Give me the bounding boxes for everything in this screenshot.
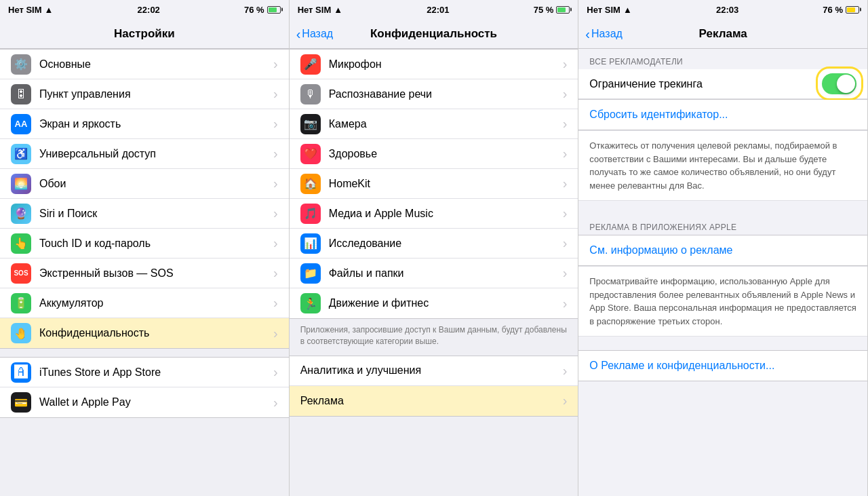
page-title-3: Реклама (699, 27, 747, 41)
reset-link: Сбросить идентификатор... (589, 109, 856, 121)
status-bar-3: Нет SIM ▲ 22:03 76 % (578, 0, 867, 19)
label-analytics: Аналитика и улучшения (300, 364, 563, 377)
icon-wallet: 💳 (11, 392, 31, 413)
list-item-research[interactable]: 📊 Исследование (290, 229, 578, 259)
page-title-1: Настройки (114, 27, 175, 41)
info-link-item[interactable]: См. информацию о рекламе (578, 235, 867, 265)
list-item-wallet[interactable]: 💳 Wallet и Apple Pay (0, 387, 289, 417)
tracking-toggle-row[interactable]: Ограничение трекинга (578, 69, 867, 99)
chevron-homekit (563, 176, 568, 191)
privacy-list-group: 🎤 Микрофон 🎙 Распознавание речи 📷 Камера… (290, 49, 578, 319)
spacer-1 (578, 201, 867, 214)
wifi-icon-3: ▲ (623, 5, 632, 15)
spacer-2 (578, 337, 867, 350)
icon-micro: 🎤 (300, 54, 321, 75)
panel1: Нет SIM ▲ 22:02 76 % Настройки ⚙️ Основн… (0, 0, 290, 496)
bottom-link-item[interactable]: О Рекламе и конфиденциальности... (578, 351, 867, 381)
list-item-siri[interactable]: 🔮 Siri и Поиск (0, 199, 289, 229)
info-link: См. информацию о рекламе (589, 244, 856, 256)
label-itunes: iTunes Store и App Store (39, 366, 273, 379)
battery-icon-3 (846, 6, 859, 14)
icon-touchid: 👆 (11, 233, 31, 254)
status-bar-2: Нет SIM ▲ 22:01 75 % (290, 0, 578, 19)
chevron-analytics (563, 364, 568, 378)
label-osnovnye: Основные (39, 58, 273, 71)
chevron-punkt (273, 87, 278, 101)
label-ekran: Экран и яркость (39, 118, 273, 130)
list-item-files[interactable]: 📁 Файлы и папки (290, 259, 578, 288)
list-item-ads[interactable]: Реклама (290, 386, 578, 416)
status-right-2: 75 % (534, 5, 570, 15)
settings-list-2[interactable]: 🎤 Микрофон 🎙 Распознавание речи 📷 Камера… (290, 49, 578, 496)
list-item-osnovnye[interactable]: ⚙️ Основные (0, 50, 289, 79)
chevron-camera (563, 117, 568, 131)
panel2: Нет SIM ▲ 22:01 75 % ‹ Назад Конфиденциа… (290, 0, 579, 496)
list-item-camera[interactable]: 📷 Камера (290, 109, 578, 139)
list-item-speech[interactable]: 🎙 Распознавание речи (290, 79, 578, 109)
reset-link-item[interactable]: Сбросить идентификатор... (578, 100, 867, 130)
info-box-2: Просматривайте информацию, использованну… (578, 266, 867, 337)
time-2: 22:01 (427, 5, 449, 15)
bottom-link: О Рекламе и конфиденциальности... (589, 360, 856, 372)
label-homekit: HomeKit (329, 178, 563, 190)
time-3: 22:03 (716, 5, 738, 15)
icon-media: 🎵 (300, 204, 321, 224)
status-right-1: 76 % (244, 5, 281, 15)
list-item-health[interactable]: ❤️ Здоровье (290, 139, 578, 169)
back-button-3[interactable]: ‹ Назад (585, 27, 623, 41)
list-item-oboi[interactable]: 🌅 Обои (0, 169, 289, 199)
list-item-sos[interactable]: SOS Экстренный вызов — SOS (0, 259, 289, 288)
toggle-label: Ограничение трекинга (589, 78, 702, 90)
list-item-privacy[interactable]: 🤚 Конфиденциальность (0, 318, 289, 348)
section1-header: ВСЕ РЕКЛАМОДАТЕЛИ (578, 49, 867, 69)
list-item-itunes[interactable]: 🅰 iTunes Store и App Store (0, 358, 289, 387)
settings-list-3[interactable]: ВСЕ РЕКЛАМОДАТЕЛИ Ограничение трекинга С… (578, 49, 867, 496)
toggle-switch[interactable] (822, 73, 856, 94)
status-left-2: Нет SIM ▲ (298, 5, 342, 15)
bottom-link-group: О Рекламе и конфиденциальности... (578, 350, 867, 381)
chevron-ekran (273, 117, 278, 131)
list-item-punkt[interactable]: 🎛 Пункт управления (0, 79, 289, 109)
reset-group: Сбросить идентификатор... (578, 99, 867, 130)
label-research: Исследование (329, 237, 563, 250)
label-micro: Микрофон (329, 58, 563, 71)
settings-list-1[interactable]: ⚙️ Основные 🎛 Пункт управления AA Экран … (0, 49, 289, 496)
icon-ekran: AA (11, 114, 31, 134)
battery-percent-2: 75 % (534, 5, 554, 15)
status-bar-1: Нет SIM ▲ 22:02 76 % (0, 0, 289, 19)
label-camera: Камера (329, 118, 563, 130)
status-right-3: 76 % (823, 5, 859, 15)
chevron-sos (273, 266, 278, 280)
chevron-health (563, 147, 568, 161)
carrier-3: Нет SIM (587, 5, 620, 15)
toggle-knob (837, 75, 855, 93)
page-title-2: Конфиденциальность (370, 27, 497, 41)
icon-punkt: 🎛 (11, 84, 31, 104)
wifi-icon-2: ▲ (334, 5, 342, 15)
list-item-micro[interactable]: 🎤 Микрофон (290, 50, 578, 79)
list-item-touchid[interactable]: 👆 Touch ID и код-пароль (0, 229, 289, 259)
chevron-motion (563, 297, 568, 311)
label-sos: Экстренный вызов — SOS (39, 267, 273, 280)
chevron-universal (273, 147, 278, 161)
battery-icon-1 (267, 6, 281, 14)
list-item-analytics[interactable]: Аналитика и улучшения (290, 356, 578, 386)
privacy-bottom-group: Аналитика и улучшения Реклама (290, 356, 578, 417)
info-box-1: Откажитесь от получения целевой рекламы,… (578, 130, 867, 201)
chevron-itunes (273, 365, 278, 379)
label-speech: Распознавание речи (329, 88, 563, 100)
list-item-motion[interactable]: 🏃 Движение и фитнес (290, 288, 578, 318)
battery-percent-3: 76 % (823, 5, 843, 15)
list-item-media[interactable]: 🎵 Медиа и Apple Music (290, 199, 578, 229)
list-group-main: ⚙️ Основные 🎛 Пункт управления AA Экран … (0, 49, 289, 349)
nav-bar-2: ‹ Назад Конфиденциальность (290, 19, 578, 49)
chevron-research (563, 236, 568, 250)
list-item-ekran[interactable]: AA Экран и яркость (0, 109, 289, 139)
time-1: 22:02 (138, 5, 160, 15)
list-item-universal[interactable]: ♿ Универсальный доступ (0, 139, 289, 169)
icon-privacy: 🤚 (11, 323, 31, 343)
back-button-2[interactable]: ‹ Назад (296, 27, 334, 41)
list-item-battery[interactable]: 🔋 Аккумулятор (0, 288, 289, 318)
list-item-homekit[interactable]: 🏠 HomeKit (290, 169, 578, 199)
label-motion: Движение и фитнес (329, 297, 563, 309)
